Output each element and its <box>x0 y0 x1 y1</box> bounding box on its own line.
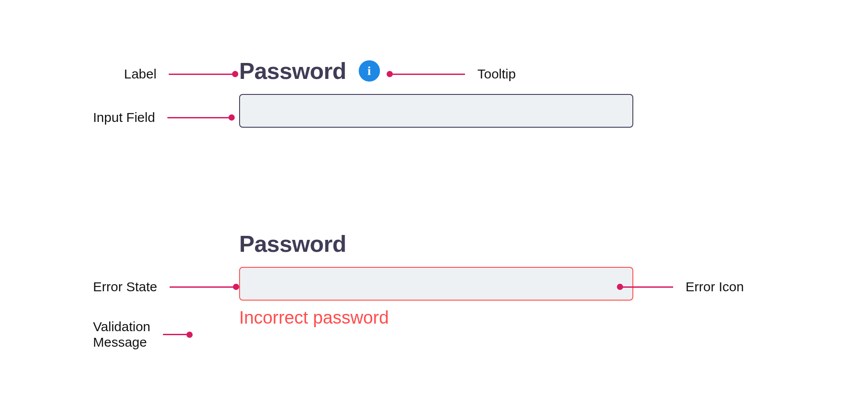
password-input[interactable] <box>239 94 633 128</box>
annotation-text: Validation Message <box>93 319 151 350</box>
annotation-label: Label <box>124 66 235 82</box>
annotation-text-line2: Message <box>93 335 151 350</box>
annotation-line <box>390 74 465 75</box>
field-label: Password <box>239 58 346 84</box>
annotation-text: Label <box>124 66 156 82</box>
label-row: Password <box>239 231 633 257</box>
annotation-input-field: Input Field <box>93 110 232 125</box>
field-label: Password <box>239 231 346 257</box>
annotation-line <box>169 74 235 75</box>
annotation-text-line1: Validation <box>93 319 151 335</box>
password-input-error[interactable] <box>239 267 633 301</box>
annotation-text: Error State <box>93 279 157 294</box>
annotation-line <box>620 286 673 288</box>
annotation-text: Error Icon <box>686 279 744 294</box>
annotation-text: Tooltip <box>477 66 516 82</box>
annotation-line <box>163 334 190 335</box>
annotation-validation-message: Validation Message <box>93 319 190 350</box>
validation-message: Incorrect password <box>239 308 633 328</box>
annotation-line <box>167 117 232 118</box>
annotation-tooltip: Tooltip <box>390 66 516 82</box>
info-icon[interactable]: i <box>359 60 380 82</box>
annotation-error-state: Error State <box>93 279 236 294</box>
diagram-stage: Password i Password Incorrect password L… <box>0 0 868 399</box>
password-field-error: Password Incorrect password <box>239 231 633 328</box>
annotation-error-icon: Error Icon <box>620 279 744 294</box>
input-value <box>249 268 624 300</box>
input-value <box>249 95 624 127</box>
annotation-line <box>170 286 236 288</box>
annotation-text: Input Field <box>93 110 155 125</box>
